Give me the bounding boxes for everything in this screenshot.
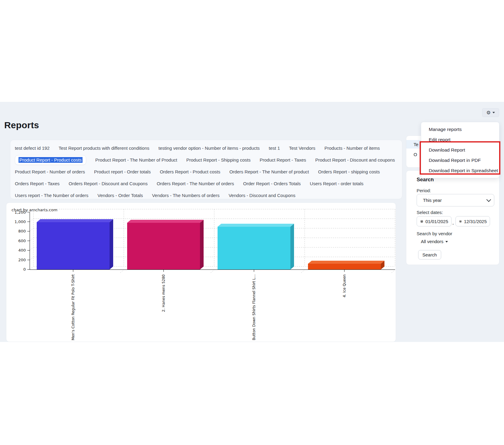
y-tick-600: 600 <box>18 239 26 243</box>
period-select-value: This year <box>423 198 486 203</box>
tab-products-number-of-items[interactable]: Products - Number of items <box>324 146 380 151</box>
tab-vendors-discount-coupons[interactable]: Vendors - Discount and Coupons <box>228 193 295 198</box>
date-to-input[interactable]: 12/31/2025 <box>455 216 490 226</box>
search-button[interactable]: Search <box>418 250 441 259</box>
category-label-4: 4. Ice Queen <box>342 274 347 297</box>
bar-chart-svg: chart by amcharts.com <box>6 203 396 342</box>
tab-order-report-orders-totals[interactable]: Order Report - Orders Totals <box>243 181 301 186</box>
tab-users-report-order-totals[interactable]: Users Report - order totals <box>310 181 364 186</box>
vendor-dropdown[interactable]: All vendors <box>421 239 448 244</box>
tab-product-report-shipping-costs[interactable]: Product Report - Shipping costs <box>186 157 251 162</box>
tab-row-1: test defect id 192 Test Report products … <box>15 142 402 154</box>
y-tick-800: 800 <box>18 229 26 233</box>
gear-icon: ⚙ <box>486 110 491 115</box>
tab-orders-report-discount-coupons[interactable]: Orders Report - Discount and Coupons <box>69 181 147 186</box>
calendar-icon <box>459 219 462 223</box>
tab-test-vendors[interactable]: Test Vendors <box>289 146 316 151</box>
y-tick-400: 400 <box>18 248 26 253</box>
period-select[interactable]: This year <box>417 194 494 206</box>
bar-ice-queen <box>308 261 384 269</box>
tab-orders-report-number-of-product[interactable]: Orders Report - The Number of product <box>229 169 309 174</box>
vendor-caret-icon <box>445 241 448 243</box>
reports-tabs-panel: test defect id 192 Test Report products … <box>10 140 402 199</box>
tab-testing-vendor-option-number-items[interactable]: testing vendor option - Number of items … <box>158 146 260 151</box>
date-from-input[interactable]: 01/01/2025 <box>417 216 452 226</box>
tab-test-report-products-different-conditions[interactable]: Test Report products with different cond… <box>59 146 149 151</box>
tab-orders-report-product-costs[interactable]: Orders Report - Product costs <box>160 169 220 174</box>
tab-test-1[interactable]: test 1 <box>269 146 280 151</box>
y-axis-labels: 1,200 1,000 800 600 400 200 0 <box>15 210 26 272</box>
category-label-1: Solly Men's Cotton Regular Fit Polo T-Sh… <box>71 274 75 342</box>
chart-card: chart by amcharts.com <box>6 202 396 342</box>
chevron-down-icon <box>486 197 491 202</box>
menu-item-download-report-spreadsheet[interactable]: Download Report in Spreadsheet <box>421 166 499 176</box>
vendor-dropdown-value: All vendors <box>421 239 443 244</box>
y-tick-200: 200 <box>18 258 26 262</box>
date-to-value: 12/31/2025 <box>464 219 487 224</box>
tab-vendors-order-totals[interactable]: Vendors - Order Totals <box>97 193 143 198</box>
tab-product-report-discount-coupons[interactable]: Product Report - Discount and coupons <box>315 157 395 162</box>
tab-product-report-order-totals[interactable]: Product report - Order totals <box>94 169 151 174</box>
tab-product-report-product-costs-selected[interactable]: Product Report - Product costs <box>15 155 86 165</box>
bar-mens-button-down-flannel <box>218 224 294 269</box>
menu-item-download-report[interactable]: Download Report <box>421 145 499 155</box>
select-dates-label: Select dates: <box>417 210 443 215</box>
y-tick-1000: 1,000 <box>15 219 26 224</box>
tab-row-2: Product Report - Product costs Product R… <box>15 154 402 166</box>
tab-orders-report-number-of-orders[interactable]: Orders Report - The Number of orders <box>157 181 234 186</box>
category-label-3: Mens Button Down Shirts Flannel Shirt L.… <box>252 274 256 342</box>
tab-users-report-number-of-orders[interactable]: Users report - The Number of orders <box>15 193 88 198</box>
tab-product-report-number-of-product[interactable]: Product Report - The Number of Product <box>95 157 177 162</box>
tab-orders-report-taxes[interactable]: Orders Report - Taxes <box>15 181 59 186</box>
tab-test-defect-id-192[interactable]: test defect id 192 <box>15 146 49 151</box>
tab-row-4: Orders Report - Taxes Orders Report - Di… <box>15 178 402 189</box>
category-label-2: 2. Hanes mens 5280 <box>161 274 166 312</box>
y-tick-0: 0 <box>23 267 26 272</box>
calendar-icon <box>421 219 423 223</box>
tab-row-5: Users report - The Number of orders Vend… <box>15 189 402 201</box>
settings-button[interactable]: ⚙ <box>482 108 499 117</box>
period-label: Period: <box>417 188 431 193</box>
search-by-vendor-label: Search by vendor <box>417 231 452 236</box>
bar-solly-polo-tshirt <box>37 219 113 269</box>
menu-item-download-report-pdf[interactable]: Download Report in PDF <box>421 155 499 166</box>
date-from-value: 01/01/2025 <box>425 219 448 224</box>
tab-product-report-number-of-orders[interactable]: Product Report - Number of orders <box>15 169 85 174</box>
tab-row-3: Product Report - Number of orders Produc… <box>15 166 402 178</box>
tab-product-report-taxes[interactable]: Product Report - Taxes <box>260 157 306 162</box>
y-tick-1200: 1,200 <box>15 210 26 215</box>
caret-down-icon <box>492 112 495 113</box>
bar-hanes-mens-5280 <box>127 220 204 269</box>
tab-orders-report-shipping-costs[interactable]: Orders Report - shipping costs <box>318 169 380 174</box>
selected-tab-label: Product Report - Product costs <box>19 157 83 163</box>
tab-vendors-numbers-of-orders[interactable]: Vendors - The Numbers of orders <box>152 193 219 198</box>
menu-item-edit-report[interactable]: Edit report <box>421 135 499 145</box>
search-panel: Search Period: This year Select dates: 0… <box>406 170 499 265</box>
menu-item-manage-reports[interactable]: Manage reports <box>421 124 499 135</box>
page-title: Reports <box>4 120 39 130</box>
date-range-separator: - <box>452 222 454 226</box>
settings-menu: Manage reports Edit report Download Repo… <box>421 122 499 178</box>
x-axis-labels: Solly Men's Cotton Regular Fit Polo T-Sh… <box>71 274 347 342</box>
